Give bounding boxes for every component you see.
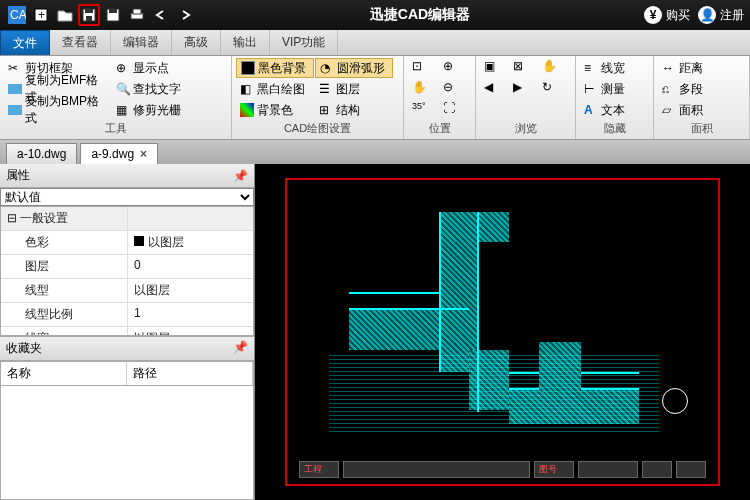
pos-2[interactable]: ⊕ <box>439 58 469 78</box>
properties-header: 属性 📌 <box>0 164 254 188</box>
bw-icon: ◧ <box>240 82 254 96</box>
svg-rect-5 <box>85 9 93 13</box>
bg-color-button[interactable]: 背景色 <box>236 100 314 120</box>
lineweight-button[interactable]: ≡线宽 <box>580 58 649 78</box>
show-points-button[interactable]: ⊕显示点 <box>112 58 219 78</box>
pin-icon-2[interactable]: 📌 <box>233 340 248 357</box>
zoom-icon: ⊡ <box>412 59 430 77</box>
pos-4[interactable]: ⊖ <box>439 79 469 99</box>
tab-advanced[interactable]: 高级 <box>172 30 221 55</box>
tab-file[interactable]: 文件 <box>0 30 50 55</box>
tab-editor[interactable]: 编辑器 <box>111 30 172 55</box>
detail-1: 工程 <box>299 461 339 478</box>
find-text-button[interactable]: 🔍查找文字 <box>112 79 219 99</box>
arc-smooth-toggle[interactable]: ◔圆滑弧形 <box>315 58 393 78</box>
prop-row-layer[interactable]: 图层0 <box>1 255 253 279</box>
pos-5[interactable]: 35° <box>408 100 438 120</box>
zoom-out-icon: ⊖ <box>443 80 461 98</box>
user-icon: 👤 <box>698 6 716 24</box>
dist-icon: ↔ <box>662 61 676 75</box>
pos-1[interactable]: ⊡ <box>408 58 438 78</box>
favorites-body <box>0 386 254 500</box>
measure-button[interactable]: ⊢测量 <box>580 79 649 99</box>
close-icon[interactable]: × <box>140 147 147 161</box>
b3[interactable]: ✋ <box>538 58 566 78</box>
pos-3[interactable]: ✋ <box>408 79 438 99</box>
emf-icon <box>8 84 22 94</box>
window-icon: ▣ <box>484 59 502 77</box>
drawing-frame: 工程 图号 <box>285 178 720 486</box>
zoom-in-icon: ⊕ <box>443 59 461 77</box>
side-panel: 属性 📌 默认值 一般设置 色彩以图层 图层0 线型以图层 线型比例1 线宽以图… <box>0 164 255 500</box>
save-icon[interactable] <box>78 4 100 26</box>
angle-icon: 35° <box>412 101 430 119</box>
refresh-icon: ↻ <box>542 80 560 98</box>
print-icon[interactable] <box>126 4 148 26</box>
detail-4 <box>578 461 638 478</box>
drawing-canvas[interactable]: 工程 图号 <box>255 164 750 500</box>
prop-row-lineweight[interactable]: 线宽以图层 <box>1 327 253 336</box>
col-name[interactable]: 名称 <box>1 362 127 385</box>
black-bg-toggle[interactable]: 黑色背景 <box>236 58 314 78</box>
buy-link[interactable]: ¥购买 <box>644 6 690 24</box>
tab-viewer[interactable]: 查看器 <box>50 30 111 55</box>
default-combo[interactable]: 默认值 <box>0 188 254 206</box>
prop-row-ltscale[interactable]: 线型比例1 <box>1 303 253 327</box>
col-path[interactable]: 路径 <box>127 362 253 385</box>
properties-title: 属性 <box>6 167 30 184</box>
layers-icon: ☰ <box>319 82 333 96</box>
doc-tab-2[interactable]: a-9.dwg× <box>80 143 158 164</box>
pos-6[interactable]: ⛶ <box>439 100 469 120</box>
register-link[interactable]: 👤注册 <box>698 6 744 24</box>
multi-icon: ⎌ <box>662 82 676 96</box>
color-icon <box>240 103 254 117</box>
fit-icon: ⛶ <box>443 101 461 119</box>
prop-row-linetype[interactable]: 线型以图层 <box>1 279 253 303</box>
prop-row-color[interactable]: 色彩以图层 <box>1 231 253 255</box>
ribbon-group-browse: ▣ ⊠ ✋ ◀ ▶ ↻ 浏览 <box>476 56 576 139</box>
layers-button[interactable]: ☰图层 <box>315 79 393 99</box>
bw-draw-button[interactable]: ◧黑白绘图 <box>236 79 314 99</box>
ribbon-group-hide: ≡线宽 ⊢测量 A文本 隐藏 <box>576 56 654 139</box>
tab-output[interactable]: 输出 <box>221 30 270 55</box>
structure-button[interactable]: ⊞结构 <box>315 100 393 120</box>
scissors-icon: ✂ <box>8 61 22 75</box>
multi-button[interactable]: ⎌多段 <box>658 79 745 99</box>
text-icon: A <box>584 103 598 117</box>
detail-3: 图号 <box>534 461 574 478</box>
open-icon[interactable] <box>54 4 76 26</box>
undo-icon[interactable] <box>150 4 172 26</box>
group-label-hide: 隐藏 <box>580 120 649 137</box>
copy-bmp-button[interactable]: 复制为BMP格式 <box>4 100 111 120</box>
doc-tab-1[interactable]: a-10.dwg <box>6 143 77 164</box>
saveas-icon[interactable] <box>102 4 124 26</box>
svg-text:CAD: CAD <box>10 8 26 22</box>
distance-button[interactable]: ↔距离 <box>658 58 745 78</box>
next-icon: ▶ <box>513 80 531 98</box>
area-button[interactable]: ▱面积 <box>658 100 745 120</box>
redo-icon[interactable] <box>174 4 196 26</box>
quick-access-toolbar: CAD + <box>6 4 196 26</box>
favorites-title: 收藏夹 <box>6 340 42 357</box>
favorites-columns: 名称 路径 <box>0 361 254 386</box>
new-icon[interactable]: + <box>30 4 52 26</box>
b1[interactable]: ▣ <box>480 58 508 78</box>
tab-vip[interactable]: VIP功能 <box>270 30 338 55</box>
app-icon[interactable]: CAD <box>6 4 28 26</box>
pin-icon[interactable]: 📌 <box>233 169 248 183</box>
favorites-header: 收藏夹 📌 <box>0 336 254 361</box>
structure-icon: ⊞ <box>319 103 333 117</box>
lw-icon: ≡ <box>584 61 598 75</box>
trim-beam-button[interactable]: ▦修剪光栅 <box>112 100 219 120</box>
prop-group-general[interactable]: 一般设置 <box>1 207 253 231</box>
svg-text:+: + <box>38 8 45 22</box>
group-label-cad: CAD绘图设置 <box>236 120 399 137</box>
b5[interactable]: ▶ <box>509 79 537 99</box>
text-button[interactable]: A文本 <box>580 100 649 120</box>
group-label-browse: 浏览 <box>480 120 571 137</box>
pan-icon: ✋ <box>412 80 430 98</box>
b6[interactable]: ↻ <box>538 79 566 99</box>
buy-label: 购买 <box>666 7 690 24</box>
b2[interactable]: ⊠ <box>509 58 537 78</box>
b4[interactable]: ◀ <box>480 79 508 99</box>
